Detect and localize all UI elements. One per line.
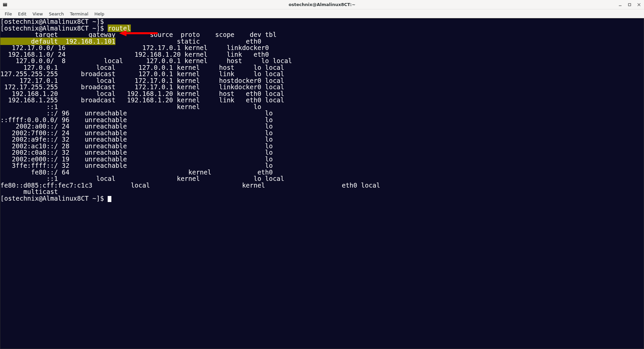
svg-rect-1 [3, 3, 7, 4]
routel-row: 172.17.255.255 broadcast 172.17.0.1 kern… [0, 84, 644, 91]
svg-rect-3 [629, 4, 631, 6]
menu-terminal[interactable]: Terminal [67, 10, 91, 17]
menu-help[interactable]: Help [92, 10, 107, 17]
menu-view[interactable]: View [30, 10, 46, 17]
prompt-line: [ostechnix@Almalinux8CT ~]$ [0, 18, 644, 25]
terminal-viewport[interactable]: [ostechnix@Almalinux8CT ~]$ [ostechnix@A… [0, 18, 644, 349]
routel-row: ::/ 96 unreachable lo [0, 110, 644, 117]
window-titlebar: ostechnix@Almalinux8CT:~ [0, 0, 644, 9]
routel-row: fe80::d085:cff:fec7:c1c3 local kernel et… [0, 182, 644, 189]
routel-row: 192.168.1.255 broadcast 192.168.1.20 ker… [0, 97, 644, 104]
routel-row: 2002:a00::/ 24 unreachable lo [0, 123, 644, 130]
menu-edit[interactable]: Edit [15, 10, 29, 17]
prompt-line: [ostechnix@Almalinux8CT ~]$ [0, 195, 644, 202]
window-controls [618, 0, 641, 9]
close-button[interactable] [637, 2, 641, 7]
routel-row: 127.255.255.255 broadcast 127.0.0.1 kern… [0, 71, 644, 78]
routel-row: 127.0.0.0/ 8 local 127.0.0.1 kernel host… [0, 58, 644, 64]
routel-row: 3ffe:ffff::/ 32 unreachable lo [0, 162, 644, 169]
window-title: ostechnix@Almalinux8CT:~ [288, 2, 355, 7]
routel-row: 172.17.0.0/ 16 172.17.0.1 kernel linkdoc… [0, 45, 644, 51]
menu-search[interactable]: Search [46, 10, 67, 17]
routel-header: target gateway source proto scope dev tb… [0, 32, 644, 38]
maximize-button[interactable] [627, 2, 632, 7]
routel-row: 2002:a9fe::/ 32 unreachable lo [0, 136, 644, 143]
minimize-button[interactable] [618, 2, 623, 7]
routel-row: ::1 local kernel lo local [0, 176, 644, 182]
routel-row: 2002:c0a8::/ 32 unreachable lo [0, 149, 644, 156]
routel-row: multicast [0, 189, 644, 195]
menubar: File Edit View Search Terminal Help [0, 9, 644, 18]
cursor [108, 196, 111, 202]
app-icon [3, 2, 7, 7]
menu-file[interactable]: File [2, 10, 15, 17]
